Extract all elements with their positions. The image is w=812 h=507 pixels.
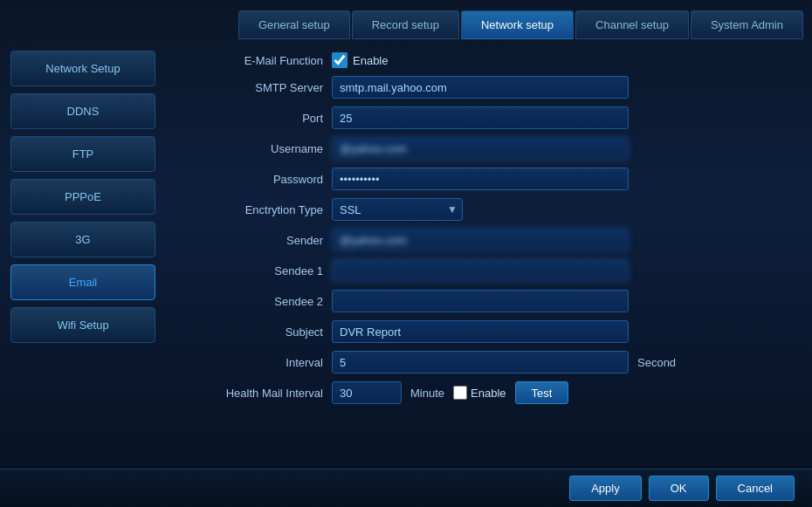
subject-input[interactable]: [332, 320, 629, 343]
sender-label: Sender: [183, 234, 323, 247]
sendee2-label: Sendee 2: [183, 295, 323, 308]
tab-general-setup[interactable]: General setup: [238, 10, 350, 39]
health-mail-enable-wrap: Enable: [453, 386, 506, 400]
interval-input[interactable]: [332, 351, 629, 373]
port-label: Port: [183, 112, 323, 125]
encryption-select[interactable]: None SSL TLS: [332, 198, 463, 221]
interval-label: Interval: [183, 356, 323, 369]
smtp-server-label: SMTP Server: [183, 81, 323, 94]
cancel-button[interactable]: Cancel: [716, 476, 795, 501]
email-function-enable-label: Enable: [353, 54, 388, 67]
sidebar-item-email[interactable]: Email: [10, 264, 155, 300]
sendee1-row: Sendee 1 placeholder: [183, 259, 795, 282]
sidebar-item-network-setup[interactable]: Network Setup: [10, 51, 155, 86]
tab-record-setup[interactable]: Record setup: [352, 10, 459, 39]
content-panel: E-Mail Function Enable SMTP Server Port …: [166, 42, 812, 469]
sidebar: Network Setup DDNS FTP PPPoE 3G Email Wi…: [0, 42, 166, 469]
health-mail-enable-label: Enable: [471, 387, 506, 400]
email-function-checkbox-wrap: Enable: [332, 52, 388, 68]
sidebar-item-ftp[interactable]: FTP: [10, 136, 155, 172]
subject-row: Subject: [183, 320, 795, 343]
ok-button[interactable]: OK: [649, 476, 709, 501]
health-mail-row: Health Mail Interval Minute Enable Test: [183, 381, 795, 404]
health-mail-enable-checkbox[interactable]: [453, 386, 467, 400]
sendee2-row: Sendee 2: [183, 290, 795, 312]
password-label: Password: [183, 173, 323, 186]
password-input[interactable]: [332, 168, 629, 190]
tab-network-setup[interactable]: Network setup: [461, 10, 574, 39]
email-function-checkbox[interactable]: [332, 52, 348, 68]
bottom-bar: Apply OK Cancel: [0, 469, 812, 507]
health-mail-input[interactable]: [332, 381, 402, 404]
email-function-row: E-Mail Function Enable: [183, 52, 795, 68]
main-area: Network Setup DDNS FTP PPPoE 3G Email Wi…: [0, 42, 812, 469]
sendee1-label: Sendee 1: [183, 264, 323, 277]
sender-row: Sender @yahoo.com: [183, 229, 795, 251]
tab-channel-setup[interactable]: Channel setup: [575, 10, 689, 39]
sendee1-input-blurred[interactable]: placeholder: [332, 259, 629, 282]
encryption-select-wrap: None SSL TLS ▼: [332, 198, 463, 221]
username-label: Username: [183, 142, 323, 155]
port-input[interactable]: [332, 106, 629, 129]
interval-row: Interval Second: [183, 351, 795, 373]
sender-input-blurred[interactable]: @yahoo.com: [332, 229, 629, 251]
health-mail-label: Health Mail Interval: [183, 387, 323, 400]
sidebar-item-wifi-setup[interactable]: Wifi Setup: [10, 307, 155, 343]
health-mail-unit: Minute: [410, 387, 444, 400]
encryption-label: Enctrytion Type: [183, 203, 323, 216]
smtp-server-input[interactable]: [332, 76, 629, 99]
smtp-server-row: SMTP Server: [183, 76, 795, 99]
encryption-row: Enctrytion Type None SSL TLS ▼: [183, 198, 795, 221]
username-row: Username @yahoo.com: [183, 137, 795, 160]
username-input-blurred[interactable]: @yahoo.com: [332, 137, 629, 160]
sidebar-item-pppoe[interactable]: PPPoE: [10, 179, 155, 215]
apply-button[interactable]: Apply: [569, 476, 642, 501]
interval-unit: Second: [637, 356, 676, 369]
email-function-label: E-Mail Function: [183, 54, 323, 67]
sendee2-input[interactable]: [332, 290, 629, 312]
tab-system-admin[interactable]: System Admin: [691, 10, 803, 39]
subject-label: Subject: [183, 325, 323, 339]
password-row: Password: [183, 168, 795, 190]
test-button[interactable]: Test: [515, 381, 569, 404]
tab-bar: General setup Record setup Network setup…: [0, 0, 812, 42]
sidebar-item-ddns[interactable]: DDNS: [10, 93, 155, 129]
sidebar-item-3g[interactable]: 3G: [10, 222, 155, 257]
port-row: Port: [183, 106, 795, 129]
